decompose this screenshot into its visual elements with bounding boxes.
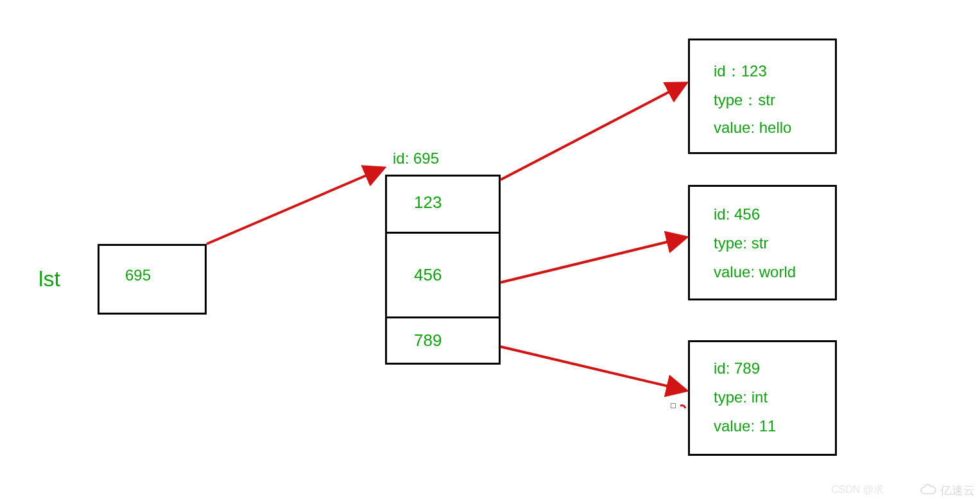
variable-ref-value: 695: [125, 266, 151, 284]
cloud-icon: [920, 484, 936, 497]
list-cell-0-value: 123: [414, 193, 442, 212]
object-2-value: value: 11: [714, 417, 776, 435]
object-0-type: type：str: [714, 90, 775, 110]
arrow-scribble: [680, 406, 685, 409]
arrow-cell0-to-obj0: [501, 83, 685, 180]
watermark-yisu: 亿速云: [920, 483, 975, 498]
diagram-canvas: lst 695 id: 695 123 456 789 id：123 type：…: [0, 0, 980, 502]
list-cell-0-box: [385, 175, 501, 234]
arrow-cell1-to-obj1: [501, 238, 685, 282]
watermark-csdn: CSDN @求: [831, 483, 884, 497]
object-0-value: value: hello: [714, 119, 791, 137]
arrow-cell2-to-obj2: [501, 347, 685, 390]
list-cell-2-value: 789: [414, 331, 442, 351]
object-1-type: type: str: [714, 234, 768, 252]
variable-ref-box: [98, 244, 207, 315]
artifact-square: [671, 403, 676, 408]
list-cell-1-value: 456: [414, 265, 442, 285]
object-2-type: type: int: [714, 388, 768, 406]
arrow-lst-to-list: [207, 168, 383, 244]
object-1-id: id: 456: [714, 205, 760, 223]
variable-name: lst: [39, 266, 60, 291]
list-cell-2-box: [385, 318, 501, 365]
watermark-yisu-text: 亿速云: [940, 483, 975, 498]
list-cell-1-box: [385, 234, 501, 318]
object-1-value: value: world: [714, 263, 796, 281]
object-2-id: id: 789: [714, 359, 760, 377]
list-id-label: id: 695: [393, 150, 439, 168]
object-0-id: id：123: [714, 61, 767, 82]
